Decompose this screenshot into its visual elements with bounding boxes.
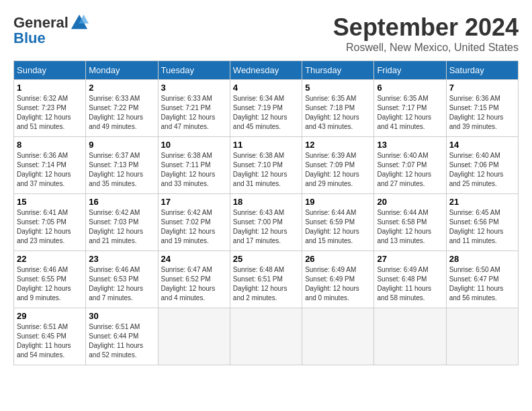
calendar-cell: 22Sunrise: 6:46 AMSunset: 6:55 PMDayligh…	[14, 251, 86, 308]
day-number: 21	[449, 197, 515, 207]
calendar-cell: 12Sunrise: 6:39 AMSunset: 7:09 PMDayligh…	[302, 137, 374, 194]
calendar-cell: 11Sunrise: 6:38 AMSunset: 7:10 PMDayligh…	[230, 137, 302, 194]
calendar-cell: 15Sunrise: 6:41 AMSunset: 7:05 PMDayligh…	[14, 194, 86, 251]
calendar-cell: 5Sunrise: 6:35 AMSunset: 7:18 PMDaylight…	[302, 80, 374, 137]
day-detail: Sunrise: 6:39 AMSunset: 7:09 PMDaylight:…	[305, 151, 371, 189]
day-number: 12	[305, 140, 371, 150]
week-row-3: 15Sunrise: 6:41 AMSunset: 7:05 PMDayligh…	[14, 194, 519, 251]
day-detail: Sunrise: 6:43 AMSunset: 7:00 PMDaylight:…	[233, 208, 299, 246]
day-detail: Sunrise: 6:47 AMSunset: 6:52 PMDaylight:…	[161, 265, 227, 303]
day-detail: Sunrise: 6:49 AMSunset: 6:49 PMDaylight:…	[305, 265, 371, 303]
day-detail: Sunrise: 6:40 AMSunset: 7:06 PMDaylight:…	[449, 151, 515, 189]
day-detail: Sunrise: 6:32 AMSunset: 7:23 PMDaylight:…	[17, 94, 83, 132]
day-detail: Sunrise: 6:48 AMSunset: 6:51 PMDaylight:…	[233, 265, 299, 303]
day-detail: Sunrise: 6:42 AMSunset: 7:02 PMDaylight:…	[161, 208, 227, 246]
day-number: 6	[377, 83, 443, 93]
day-detail: Sunrise: 6:46 AMSunset: 6:53 PMDaylight:…	[89, 265, 154, 303]
week-row-1: 1Sunrise: 6:32 AMSunset: 7:23 PMDaylight…	[14, 80, 519, 137]
day-number: 17	[161, 197, 227, 207]
day-number: 26	[305, 254, 371, 264]
day-detail: Sunrise: 6:36 AMSunset: 7:14 PMDaylight:…	[17, 151, 83, 189]
day-number: 3	[161, 83, 227, 93]
calendar-cell: 13Sunrise: 6:40 AMSunset: 7:07 PMDayligh…	[374, 137, 446, 194]
calendar-cell: 29Sunrise: 6:51 AMSunset: 6:45 PMDayligh…	[14, 308, 86, 365]
calendar-cell: 1Sunrise: 6:32 AMSunset: 7:23 PMDaylight…	[14, 80, 86, 137]
calendar-cell: 10Sunrise: 6:38 AMSunset: 7:11 PMDayligh…	[158, 137, 230, 194]
week-row-5: 29Sunrise: 6:51 AMSunset: 6:45 PMDayligh…	[14, 308, 519, 365]
weekday-header-sunday: Sunday	[14, 61, 86, 80]
weekday-header-monday: Monday	[86, 61, 158, 80]
day-detail: Sunrise: 6:33 AMSunset: 7:22 PMDaylight:…	[89, 94, 154, 132]
day-number: 2	[89, 83, 154, 93]
day-number: 9	[89, 140, 154, 150]
calendar-cell	[302, 308, 374, 365]
title-block: September 2024 Roswell, New Mexico, Unit…	[333, 13, 519, 54]
day-number: 30	[89, 311, 154, 321]
calendar-cell	[230, 308, 302, 365]
day-detail: Sunrise: 6:40 AMSunset: 7:07 PMDaylight:…	[377, 151, 443, 189]
calendar-cell: 14Sunrise: 6:40 AMSunset: 7:06 PMDayligh…	[446, 137, 518, 194]
location: Roswell, New Mexico, United States	[333, 42, 519, 54]
day-detail: Sunrise: 6:50 AMSunset: 6:47 PMDaylight:…	[449, 265, 515, 303]
day-detail: Sunrise: 6:46 AMSunset: 6:55 PMDaylight:…	[17, 265, 83, 303]
logo-blue-text: Blue	[13, 30, 46, 47]
logo-icon	[70, 13, 89, 32]
calendar-cell: 30Sunrise: 6:51 AMSunset: 6:44 PMDayligh…	[86, 308, 158, 365]
calendar-table: SundayMondayTuesdayWednesdayThursdayFrid…	[13, 60, 519, 365]
day-detail: Sunrise: 6:34 AMSunset: 7:19 PMDaylight:…	[233, 94, 299, 132]
calendar-cell: 24Sunrise: 6:47 AMSunset: 6:52 PMDayligh…	[158, 251, 230, 308]
calendar-cell: 20Sunrise: 6:44 AMSunset: 6:58 PMDayligh…	[374, 194, 446, 251]
weekday-header-thursday: Thursday	[302, 61, 374, 80]
calendar-cell	[158, 308, 230, 365]
day-number: 28	[449, 254, 515, 264]
day-detail: Sunrise: 6:35 AMSunset: 7:17 PMDaylight:…	[377, 94, 443, 132]
weekday-header-wednesday: Wednesday	[230, 61, 302, 80]
day-number: 25	[233, 254, 299, 264]
day-number: 22	[17, 254, 83, 264]
day-detail: Sunrise: 6:37 AMSunset: 7:13 PMDaylight:…	[89, 151, 154, 189]
day-number: 7	[449, 83, 515, 93]
day-detail: Sunrise: 6:45 AMSunset: 6:56 PMDaylight:…	[449, 208, 515, 246]
day-number: 15	[17, 197, 83, 207]
day-detail: Sunrise: 6:33 AMSunset: 7:21 PMDaylight:…	[161, 94, 227, 132]
day-number: 14	[449, 140, 515, 150]
week-row-2: 8Sunrise: 6:36 AMSunset: 7:14 PMDaylight…	[14, 137, 519, 194]
calendar-cell	[374, 308, 446, 365]
day-number: 20	[377, 197, 443, 207]
weekday-header-row: SundayMondayTuesdayWednesdayThursdayFrid…	[14, 61, 519, 80]
day-detail: Sunrise: 6:42 AMSunset: 7:03 PMDaylight:…	[89, 208, 154, 246]
weekday-header-tuesday: Tuesday	[158, 61, 230, 80]
calendar-cell: 7Sunrise: 6:36 AMSunset: 7:15 PMDaylight…	[446, 80, 518, 137]
day-number: 10	[161, 140, 227, 150]
calendar-cell: 21Sunrise: 6:45 AMSunset: 6:56 PMDayligh…	[446, 194, 518, 251]
calendar-cell: 6Sunrise: 6:35 AMSunset: 7:17 PMDaylight…	[374, 80, 446, 137]
calendar-cell: 18Sunrise: 6:43 AMSunset: 7:00 PMDayligh…	[230, 194, 302, 251]
calendar-cell: 25Sunrise: 6:48 AMSunset: 6:51 PMDayligh…	[230, 251, 302, 308]
month-title: September 2024	[333, 13, 519, 42]
day-number: 23	[89, 254, 154, 264]
day-detail: Sunrise: 6:51 AMSunset: 6:44 PMDaylight:…	[89, 322, 154, 360]
calendar-cell: 9Sunrise: 6:37 AMSunset: 7:13 PMDaylight…	[86, 137, 158, 194]
day-number: 11	[233, 140, 299, 150]
calendar-cell: 23Sunrise: 6:46 AMSunset: 6:53 PMDayligh…	[86, 251, 158, 308]
calendar-cell: 2Sunrise: 6:33 AMSunset: 7:22 PMDaylight…	[86, 80, 158, 137]
day-detail: Sunrise: 6:41 AMSunset: 7:05 PMDaylight:…	[17, 208, 83, 246]
day-number: 18	[233, 197, 299, 207]
calendar-cell: 26Sunrise: 6:49 AMSunset: 6:49 PMDayligh…	[302, 251, 374, 308]
calendar-cell: 4Sunrise: 6:34 AMSunset: 7:19 PMDaylight…	[230, 80, 302, 137]
calendar-cell: 8Sunrise: 6:36 AMSunset: 7:14 PMDaylight…	[14, 137, 86, 194]
day-number: 13	[377, 140, 443, 150]
calendar-cell	[446, 308, 518, 365]
day-detail: Sunrise: 6:38 AMSunset: 7:11 PMDaylight:…	[161, 151, 227, 189]
day-detail: Sunrise: 6:44 AMSunset: 6:58 PMDaylight:…	[377, 208, 443, 246]
weekday-header-friday: Friday	[374, 61, 446, 80]
day-number: 5	[305, 83, 371, 93]
day-detail: Sunrise: 6:51 AMSunset: 6:45 PMDaylight:…	[17, 322, 83, 360]
page-header: General Blue September 2024 Roswell, New…	[13, 13, 519, 54]
day-number: 29	[17, 311, 83, 321]
day-detail: Sunrise: 6:44 AMSunset: 6:59 PMDaylight:…	[305, 208, 371, 246]
day-number: 1	[17, 83, 83, 93]
day-number: 4	[233, 83, 299, 93]
calendar-cell: 16Sunrise: 6:42 AMSunset: 7:03 PMDayligh…	[86, 194, 158, 251]
day-detail: Sunrise: 6:49 AMSunset: 6:48 PMDaylight:…	[377, 265, 443, 303]
